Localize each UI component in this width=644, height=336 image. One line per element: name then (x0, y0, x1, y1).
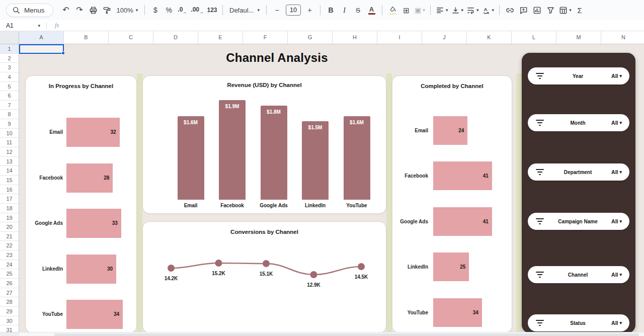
column-header-g[interactable]: G (288, 31, 333, 44)
font-family-selector[interactable]: Defaul... ▾ (226, 3, 263, 17)
row-header-8[interactable]: 8 (0, 110, 19, 119)
column-header-a[interactable]: A (19, 31, 64, 44)
zoom-control[interactable]: 100% ▾ (114, 3, 141, 17)
row-header-7[interactable]: 7 (0, 101, 19, 110)
row-header-10[interactable]: 10 (0, 129, 19, 138)
row-header-11[interactable]: 11 (0, 138, 19, 147)
font-size-input[interactable]: 10 (286, 5, 301, 16)
borders-button[interactable]: ⊞ (399, 3, 413, 17)
merge-cells-button[interactable]: ▣ ▾ (413, 3, 427, 17)
decrease-decimal-button[interactable]: .0← (176, 3, 189, 17)
functions-button[interactable]: Σ (573, 3, 587, 17)
name-box[interactable]: A1 ▾ (0, 22, 44, 29)
filter-value-dropdown[interactable]: All▾ (611, 272, 622, 278)
row-header-31[interactable]: 31 (0, 325, 19, 332)
selection-handle[interactable] (61, 51, 65, 55)
undo-button[interactable]: ↶ (59, 3, 73, 17)
filter-pill-campaign-name[interactable]: Campaign NameAll▾ (528, 213, 629, 230)
row-header-6[interactable]: 6 (0, 91, 19, 101)
paint-format-button[interactable] (100, 3, 114, 17)
spreadsheet-canvas[interactable]: Channel Analysis In Progress by Channel … (19, 44, 644, 332)
text-color-button[interactable]: A (365, 3, 378, 17)
selected-cell-a1[interactable] (19, 44, 64, 54)
row-header-14[interactable]: 14 (0, 166, 19, 176)
row-header-28[interactable]: 28 (0, 297, 19, 307)
insert-chart-button[interactable] (530, 3, 544, 17)
format-percent-button[interactable]: % (162, 3, 176, 17)
filter-pill-year[interactable]: YearAll▾ (528, 67, 629, 85)
table-tools-button[interactable]: ▾ (557, 3, 573, 17)
select-all-corner[interactable] (0, 31, 19, 44)
column-header-m[interactable]: M (556, 31, 601, 44)
row-header-30[interactable]: 30 (0, 316, 19, 326)
chart-card-conversions[interactable]: Conversions by Channel 14.2K15.2K15.1K12… (142, 221, 386, 332)
row-header-4[interactable]: 4 (0, 72, 19, 82)
horizontal-scrollbar[interactable] (0, 332, 644, 336)
row-header-1[interactable]: 1 (0, 44, 19, 54)
row-header-20[interactable]: 20 (0, 222, 19, 232)
strikethrough-button[interactable]: S (351, 3, 365, 17)
row-header-12[interactable]: 12 (0, 147, 19, 157)
horizontal-align-button[interactable]: ▾ (434, 3, 450, 17)
column-header-k[interactable]: K (467, 31, 512, 44)
insert-comment-button[interactable] (517, 3, 530, 17)
column-header-i[interactable]: I (377, 31, 422, 44)
filter-pill-department[interactable]: DepartmentAll▾ (528, 163, 629, 181)
fill-color-button[interactable] (386, 3, 399, 17)
row-header-22[interactable]: 22 (0, 241, 19, 250)
text-wrapping-button[interactable]: ▾ (465, 3, 480, 17)
filter-value-dropdown[interactable]: All▾ (611, 120, 622, 126)
column-header-j[interactable]: J (422, 31, 467, 44)
filter-value-dropdown[interactable]: All▾ (611, 169, 622, 175)
create-filter-button[interactable] (544, 3, 557, 17)
chart-card-completed[interactable]: Completed by Channel Email24Facebook41Go… (392, 75, 512, 332)
column-header-b[interactable]: B (64, 31, 109, 44)
column-header-c[interactable]: C (109, 31, 153, 44)
row-header-21[interactable]: 21 (0, 232, 19, 241)
row-header-25[interactable]: 25 (0, 269, 19, 279)
format-currency-button[interactable]: $ (148, 3, 162, 17)
row-header-19[interactable]: 19 (0, 213, 19, 223)
filter-value-dropdown[interactable]: All▾ (611, 320, 622, 326)
redo-button[interactable]: ↷ (73, 3, 87, 17)
increase-font-size-button[interactable]: + (303, 3, 316, 17)
row-header-27[interactable]: 27 (0, 288, 19, 298)
row-header-5[interactable]: 5 (0, 82, 19, 92)
more-formats-button[interactable]: 123 (205, 3, 219, 17)
row-header-18[interactable]: 18 (0, 204, 19, 213)
row-header-23[interactable]: 23 (0, 250, 19, 260)
row-header-3[interactable]: 3 (0, 63, 19, 72)
filter-value-dropdown[interactable]: All▾ (611, 73, 622, 79)
row-header-26[interactable]: 26 (0, 279, 19, 288)
insert-link-button[interactable] (503, 3, 517, 17)
column-header-h[interactable]: H (333, 31, 377, 44)
column-header-f[interactable]: F (243, 31, 288, 44)
row-header-15[interactable]: 15 (0, 176, 19, 185)
filter-pill-status[interactable]: StatusAll▾ (528, 314, 629, 331)
chart-card-in-progress[interactable]: In Progress by Channel Email32Facebook28… (25, 75, 137, 332)
row-header-17[interactable]: 17 (0, 194, 19, 204)
row-header-9[interactable]: 9 (0, 119, 19, 129)
column-header-e[interactable]: E (198, 31, 243, 44)
column-header-l[interactable]: L (512, 31, 556, 44)
horizontal-scrollbar-thumb[interactable] (54, 333, 639, 336)
column-header-n[interactable]: N (601, 31, 644, 44)
increase-decimal-button[interactable]: .00→ (189, 3, 205, 17)
row-header-29[interactable]: 29 (0, 307, 19, 316)
filter-pill-month[interactable]: MonthAll▾ (528, 114, 629, 131)
column-header-d[interactable]: D (153, 31, 198, 44)
bold-button[interactable]: B (324, 3, 338, 17)
text-rotation-button[interactable]: A ▾ (480, 3, 496, 17)
row-header-16[interactable]: 16 (0, 185, 19, 195)
print-button[interactable] (87, 3, 100, 17)
filter-pill-channel[interactable]: ChannelAll▾ (528, 266, 629, 283)
vertical-align-button[interactable]: ▾ (450, 3, 465, 17)
filter-value-dropdown[interactable]: All▾ (611, 218, 622, 224)
menus-button[interactable]: Menus (6, 4, 53, 17)
italic-button[interactable]: I (338, 3, 351, 17)
row-header-24[interactable]: 24 (0, 260, 19, 270)
chart-card-revenue[interactable]: Revenue (USD) by Channel $1.6MEmail$1.9M… (142, 75, 386, 214)
row-header-13[interactable]: 13 (0, 157, 19, 166)
row-header-2[interactable]: 2 (0, 54, 19, 63)
decrease-font-size-button[interactable]: − (270, 3, 284, 17)
